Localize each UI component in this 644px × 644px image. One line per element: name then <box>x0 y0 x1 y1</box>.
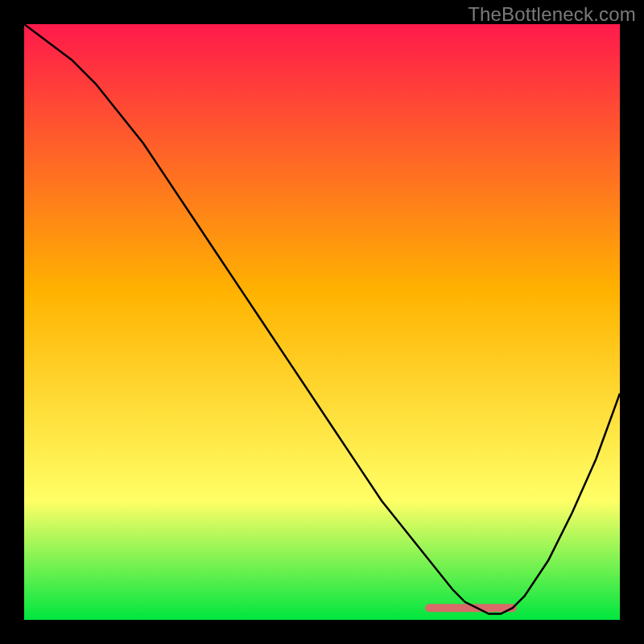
plot-area <box>24 24 620 620</box>
gradient-background <box>24 24 620 620</box>
chart-frame: TheBottleneck.com <box>0 0 644 644</box>
attribution-text: TheBottleneck.com <box>468 3 636 26</box>
bottleneck-chart <box>24 24 620 620</box>
